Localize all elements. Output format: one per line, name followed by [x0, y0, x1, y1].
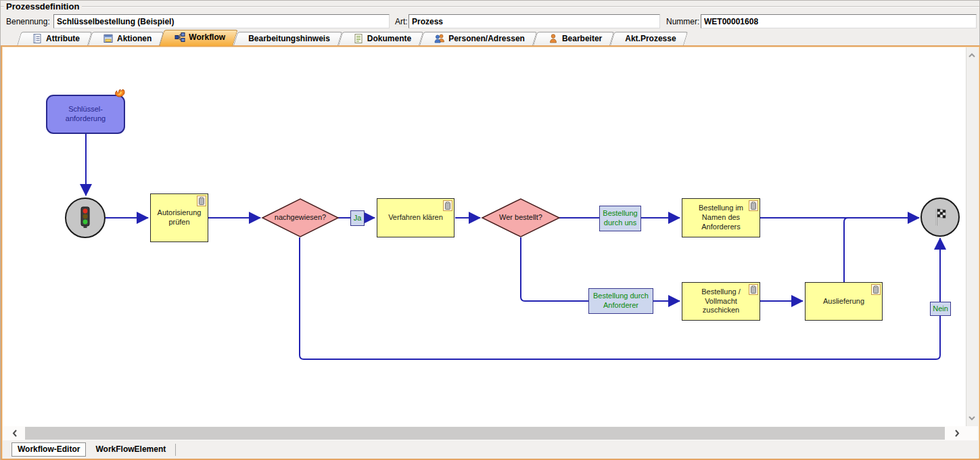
groupbox-rule: [82, 6, 979, 7]
workflow-icon: [174, 32, 185, 43]
node-task-bestellung-im-namen[interactable]: Bestellung im Namen des Anforderers: [682, 198, 760, 237]
scroll-up-icon[interactable]: [968, 51, 976, 60]
scroll-down-icon[interactable]: [968, 414, 976, 422]
benennung-label: Benennung:: [6, 17, 50, 26]
tab-bar: Attribute Aktionen Workflow Bearbeitungs…: [1, 30, 979, 46]
tab-akt-prozesse[interactable]: Akt.Prozesse: [612, 32, 686, 46]
person-icon: [548, 33, 559, 44]
edge-label-bestellung-durch-anforderer[interactable]: Bestellung durch Anforderer: [588, 288, 653, 314]
scroll-left-icon[interactable]: [11, 429, 20, 438]
art-label: Art:: [395, 17, 408, 26]
header: Prozessdefinition Benennung: Art: Nummer…: [1, 1, 979, 30]
node-task-autorisierung-pruefen[interactable]: Autorisierung prüfen: [150, 193, 208, 242]
tab-label: Bearbeitungshinweis: [248, 34, 330, 43]
clipboard-icon: [871, 284, 881, 295]
node-label: Bestellung / Vollmacht zuschicken: [689, 288, 753, 315]
attribute-icon: [32, 33, 43, 44]
tab-personen-adressen[interactable]: Personen/Adressen: [421, 32, 535, 46]
clipboard-icon: [443, 200, 452, 211]
page-title: Prozessdefinition: [4, 1, 82, 12]
finish-flag-icon: [931, 207, 950, 227]
flame-trigger-icon: [110, 87, 128, 105]
tab-workflow[interactable]: Workflow: [162, 30, 235, 46]
clipboard-icon: [197, 196, 206, 206]
tab-bearbeitungshinweis[interactable]: Bearbeitungshinweis: [235, 32, 340, 46]
node-label: Bestellung im Namen des Anforderers: [689, 204, 753, 231]
node-task-verfahren-klaeren[interactable]: Verfahren klären: [377, 198, 454, 237]
tab-label: Workflow: [189, 32, 225, 42]
node-task-bestellung-vollmacht[interactable]: Bestellung / Vollmacht zuschicken: [682, 282, 760, 321]
decision-nachgewiesen-label[interactable]: nachgewiesen?: [265, 212, 335, 224]
tab-label: Dokumente: [367, 34, 411, 43]
nummer-label: Nummer:: [666, 17, 699, 26]
traffic-light-icon: [74, 206, 96, 229]
tab-dokumente[interactable]: Dokumente: [340, 32, 421, 46]
horizontal-scrollbar-thumb[interactable]: [25, 427, 945, 440]
vertical-scrollbar[interactable]: [966, 47, 977, 426]
clipboard-icon: [749, 284, 758, 295]
document-icon: [353, 33, 364, 44]
workflow-panel: Schlüssel-anforderung Autorisierung prüf…: [1, 45, 980, 460]
tab-label: Attribute: [46, 34, 80, 43]
bottom-tab-bar: Workflow-Editor WorkFlowElement: [3, 440, 978, 459]
workflow-edges-layer: [3, 47, 966, 426]
workflow-canvas[interactable]: Schlüssel-anforderung Autorisierung prüf…: [3, 47, 966, 426]
art-input[interactable]: [409, 14, 660, 28]
tab-aktionen[interactable]: Aktionen: [90, 32, 162, 46]
clipboard-icon: [749, 200, 758, 211]
tab-attribute[interactable]: Attribute: [19, 32, 90, 46]
node-label: Schlüssel-anforderung: [53, 105, 118, 124]
node-label: Verfahren klären: [388, 213, 443, 223]
bottom-tab-workflowelement[interactable]: WorkFlowElement: [90, 443, 171, 456]
persons-icon: [434, 33, 445, 44]
bottom-tab-separator: [175, 444, 176, 456]
decision-wer-bestellt-label[interactable]: Wer bestellt?: [486, 212, 556, 224]
node-task-auslieferung[interactable]: Auslieferung: [805, 282, 883, 321]
tab-label: Personen/Adressen: [448, 34, 525, 43]
tab-label: Akt.Prozesse: [625, 34, 676, 43]
scroll-right-icon[interactable]: [952, 429, 961, 438]
actions-icon: [103, 33, 114, 44]
tab-label: Aktionen: [117, 34, 151, 43]
edge-label-nein[interactable]: Nein: [930, 302, 951, 316]
process-definition-window: Prozessdefinition Benennung: Art: Nummer…: [0, 0, 980, 460]
tab-label: Bearbeiter: [562, 34, 602, 43]
benennung-input[interactable]: [53, 14, 390, 28]
node-label: Auslieferung: [823, 297, 864, 306]
node-label: Autorisierung prüfen: [158, 208, 202, 227]
horizontal-scrollbar[interactable]: [3, 426, 978, 440]
nummer-input[interactable]: [701, 14, 977, 28]
edge-label-bestellung-durch-uns[interactable]: Bestellung durch uns: [599, 206, 641, 231]
edge-label-ja[interactable]: Ja: [350, 210, 365, 226]
tab-bearbeiter[interactable]: Bearbeiter: [535, 32, 612, 46]
bottom-tab-workflow-editor[interactable]: Workflow-Editor: [11, 442, 86, 457]
header-form: Benennung: Art: Nummer:: [1, 14, 979, 29]
